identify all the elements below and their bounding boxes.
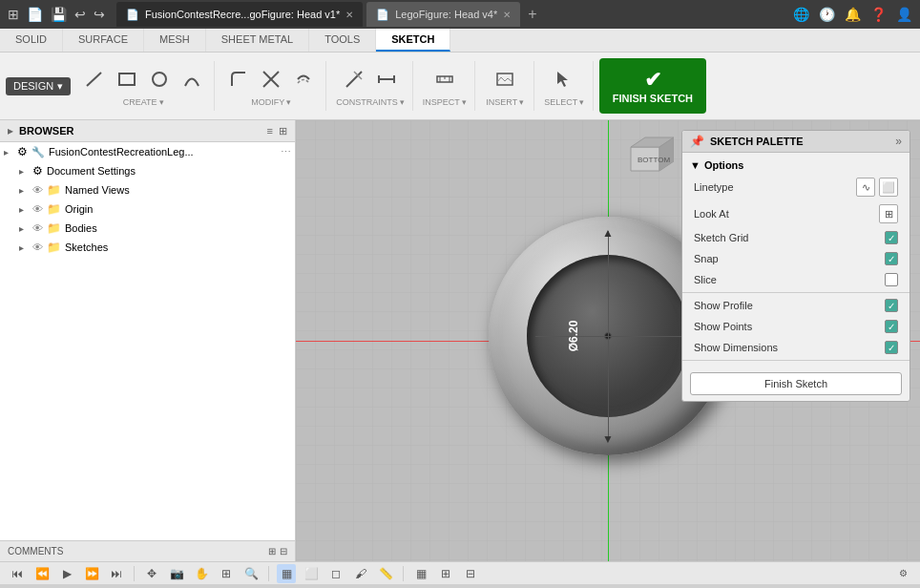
trim-tool[interactable] xyxy=(257,65,285,94)
tab-close-1[interactable]: ✕ xyxy=(345,10,353,20)
offset-tool[interactable] xyxy=(289,65,318,94)
look-at-btn[interactable]: ⊞ xyxy=(879,204,898,223)
hand-icon[interactable]: ✋ xyxy=(192,564,211,583)
display-mode-2[interactable]: ⊞ xyxy=(436,564,455,583)
redo-icon[interactable]: ↪ xyxy=(94,7,105,22)
root-options-icon[interactable]: ⋯ xyxy=(281,146,291,158)
tab-surface[interactable]: SURFACE xyxy=(63,29,144,52)
tab-solid[interactable]: SOLID xyxy=(0,29,63,52)
select-mode-icon[interactable]: ▦ xyxy=(277,564,296,583)
comments-divider-icon[interactable]: ⊟ xyxy=(280,546,287,556)
rect-select-icon[interactable]: ⬜ xyxy=(302,564,321,583)
select-arrow[interactable]: ▾ xyxy=(579,97,584,107)
browser-item-named-views[interactable]: ▸ 👁 📁 Named Views xyxy=(15,180,295,200)
palette-pin-icon[interactable]: 📌 xyxy=(690,135,704,148)
settings-gear-icon[interactable]: ⚙ xyxy=(893,564,912,583)
tab-close-2[interactable]: ✕ xyxy=(503,10,511,20)
select-tool[interactable] xyxy=(550,65,578,94)
insert-arrow[interactable]: ▾ xyxy=(519,97,524,107)
browser-settings-icon[interactable]: ≡ xyxy=(267,125,273,137)
doc-settings-label: Document Settings xyxy=(47,165,136,177)
paint-select-icon[interactable]: 🖌 xyxy=(351,564,370,583)
play-back-icon[interactable]: ⏪ xyxy=(32,564,52,583)
modify-arrow[interactable]: ▾ xyxy=(286,97,291,107)
browser-item-document-settings[interactable]: ▸ ⚙ Document Settings xyxy=(15,161,295,180)
show-profile-checkbox[interactable]: ✓ xyxy=(885,299,898,312)
palette-expand-icon[interactable]: » xyxy=(895,135,902,148)
canvas-area[interactable]: ▲ ▼ Ø6.20 xyxy=(296,120,920,561)
tab-sketch[interactable]: SKETCH xyxy=(376,29,450,52)
file-icon[interactable]: 📄 xyxy=(27,7,43,22)
tab-add-button[interactable]: + xyxy=(528,6,536,23)
browser-root-item[interactable]: ▸ ⚙ 🔧 FusionContestRecreationLeg... ⋯ xyxy=(0,142,295,161)
inspect-label: INSPECT ▾ xyxy=(423,97,467,107)
sketch-grid-checkbox[interactable]: ✓ xyxy=(885,231,898,244)
dimension-tool[interactable] xyxy=(372,65,401,94)
browser-item-sketches[interactable]: ▸ 👁 📁 Sketches xyxy=(15,238,295,257)
measure-btn-icon[interactable]: 📏 xyxy=(376,564,395,583)
browser-collapse-arrow[interactable]: ▸ xyxy=(8,124,13,137)
play-icon[interactable]: ▶ xyxy=(57,564,76,583)
rectangle-tool[interactable] xyxy=(113,65,141,94)
sketches-folder-icon: 📁 xyxy=(47,241,61,254)
inspect-arrow[interactable]: ▾ xyxy=(462,97,467,107)
slice-checkbox[interactable] xyxy=(885,273,898,286)
lasso-icon[interactable]: ◻ xyxy=(326,564,345,583)
design-dropdown[interactable]: DESIGN ▾ xyxy=(6,77,71,95)
look-at-control: ⊞ xyxy=(879,204,898,223)
save-icon[interactable]: 💾 xyxy=(51,7,67,22)
palette-options-header[interactable]: ▼ Options xyxy=(682,157,910,174)
tab-active[interactable]: 📄 FusionContestRecre...goFigure: Head v1… xyxy=(116,2,363,27)
view-cube[interactable]: BOTTOM xyxy=(617,128,674,185)
help-icon[interactable]: ❓ xyxy=(870,7,887,22)
browser-item-origin[interactable]: ▸ 👁 📁 Origin xyxy=(15,200,295,219)
browser-icon[interactable]: 🌐 xyxy=(793,7,809,22)
snap-checkbox[interactable]: ✓ xyxy=(885,252,898,265)
dimension-line-v xyxy=(608,231,609,441)
tab-sheet-metal[interactable]: SHEET METAL xyxy=(206,29,309,52)
insert-image-tool[interactable] xyxy=(491,65,519,94)
comments-expand-icon[interactable]: ⊞ xyxy=(268,546,276,556)
zoom-box-icon[interactable]: 🔍 xyxy=(241,564,261,583)
finish-sketch-button[interactable]: ✔ FINISH SKETCH xyxy=(599,58,706,114)
selection-tools: ▦ ⬜ ◻ 🖌 📏 xyxy=(277,564,395,583)
grid-icon[interactable]: ⊞ xyxy=(8,7,19,22)
user-icon[interactable]: 👤 xyxy=(896,7,912,22)
tab-mesh[interactable]: MESH xyxy=(144,29,206,52)
show-dimensions-checkbox[interactable]: ✓ xyxy=(885,341,898,354)
root-icon: ⚙ xyxy=(17,145,28,158)
display-mode-3[interactable]: ⊟ xyxy=(461,564,480,583)
show-points-checkbox[interactable]: ✓ xyxy=(885,320,898,333)
linetype-icon-btn-1[interactable]: ∿ xyxy=(856,178,875,197)
clock-icon[interactable]: 🕐 xyxy=(819,7,835,22)
arc-tool[interactable] xyxy=(178,65,206,94)
play-start-icon[interactable]: ⏮ xyxy=(8,564,27,583)
tab-2[interactable]: 📄 LegoFigure: Head v4* ✕ xyxy=(366,2,520,27)
display-mode-1[interactable]: ▦ xyxy=(411,564,430,583)
move-icon[interactable]: ✥ xyxy=(142,564,161,583)
undo-icon[interactable]: ↩ xyxy=(74,7,86,22)
play-end-icon[interactable]: ⏭ xyxy=(107,564,126,583)
named-views-eye-icon: 👁 xyxy=(32,184,43,196)
create-arrow[interactable]: ▾ xyxy=(159,97,164,107)
browser-expand-icon[interactable]: ⊞ xyxy=(279,125,287,137)
line-tool[interactable] xyxy=(80,65,109,94)
circle-tool[interactable] xyxy=(145,65,174,94)
play-forward-icon[interactable]: ⏩ xyxy=(82,564,101,583)
linetype-icon-btn-2[interactable]: ⬜ xyxy=(879,178,898,197)
browser-item-bodies[interactable]: ▸ 👁 📁 Bodies xyxy=(15,219,295,238)
bodies-arrow: ▸ xyxy=(19,223,29,234)
measure-tool[interactable] xyxy=(430,65,459,94)
status-bar: ⏮ ⏪ ▶ ⏩ ⏭ ✥ 📷 ✋ ⊞ 🔍 ▦ ⬜ ◻ 🖌 📏 ▦ ⊞ ⊟ ⚙ xyxy=(0,561,920,584)
bell-icon[interactable]: 🔔 xyxy=(845,7,861,22)
palette-finish-sketch-button[interactable]: Finish Sketch xyxy=(690,372,902,395)
fillet-tool[interactable] xyxy=(224,65,253,94)
named-views-label: Named Views xyxy=(65,184,130,196)
constraints-arrow[interactable]: ▾ xyxy=(400,97,405,107)
zoom-fit-icon[interactable]: ⊞ xyxy=(217,564,236,583)
tab-tools[interactable]: TOOLS xyxy=(309,29,376,52)
dimension-icon xyxy=(376,69,397,90)
origin-arrow: ▸ xyxy=(19,204,29,215)
camera-icon[interactable]: 📷 xyxy=(167,564,186,583)
coincident-tool[interactable] xyxy=(340,65,368,94)
